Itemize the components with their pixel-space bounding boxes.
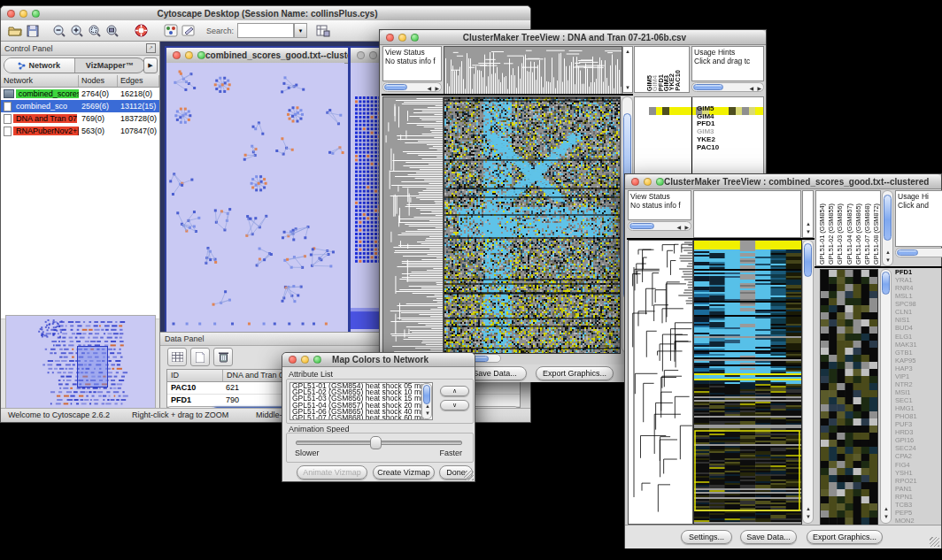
gene-label[interactable]: MON2 — [895, 517, 941, 525]
move-down-button[interactable]: ∨ — [440, 400, 469, 410]
close-button[interactable] — [7, 10, 15, 18]
gene-label[interactable]: TCB3 — [895, 501, 941, 509]
treeview2-column-dendrogram[interactable] — [693, 190, 801, 238]
gene-label[interactable]: GPI16 — [895, 436, 941, 444]
export-graphics-button[interactable]: Export Graphics... — [807, 530, 883, 544]
zoom-button[interactable] — [313, 356, 321, 364]
close-button[interactable] — [173, 51, 181, 59]
col-network[interactable]: Network — [1, 75, 79, 87]
resize-grip[interactable] — [464, 471, 474, 480]
treeview1-titlebar[interactable]: ClusterMaker TreeView : DNA and Tran 07-… — [380, 30, 766, 45]
gene-label[interactable]: KAP95 — [895, 357, 941, 364]
attribute-list-item[interactable]: GPL51-07 (GSM868) heat shock 60 min — [290, 415, 432, 420]
delete-attribute-icon[interactable] — [213, 348, 233, 366]
network-table-row[interactable]: DNA and Tran 07769(0)183728(0) — [1, 112, 159, 125]
gene-label[interactable]: NTR2 — [895, 380, 941, 388]
gene-label[interactable]: PAN1 — [895, 485, 941, 493]
search-input[interactable] — [237, 23, 294, 38]
treeview2-secondary-vscrollbar[interactable]: ▲▼ — [880, 269, 892, 524]
treeview1-heatmap[interactable] — [444, 96, 621, 354]
help-lifesaver-icon[interactable] — [132, 22, 150, 39]
treeview1-correlation-matrix[interactable] — [649, 107, 689, 155]
gene-label[interactable]: YSH1 — [895, 469, 941, 477]
minimize-button[interactable] — [369, 51, 377, 59]
select-attributes-icon[interactable] — [167, 348, 187, 366]
close-button[interactable] — [289, 356, 297, 364]
zoom-out-button[interactable] — [50, 22, 68, 39]
treeview2-titlebar[interactable]: ClusterMaker TreeView : combined_scores_… — [625, 174, 941, 189]
col-nodes[interactable]: Nodes — [79, 75, 118, 87]
speed-slider-thumb[interactable] — [370, 436, 382, 449]
zoom-button[interactable] — [197, 51, 205, 59]
treeview2-scroll-strip[interactable]: ▲▼ — [802, 190, 814, 238]
zoom-button[interactable] — [656, 178, 664, 186]
minimize-button[interactable] — [185, 51, 193, 59]
gene-label[interactable]: PEP5 — [895, 509, 941, 517]
network-view-1[interactable] — [166, 63, 344, 329]
close-button[interactable] — [357, 51, 365, 59]
treeview2-usage-scrollbar[interactable] — [895, 248, 942, 257]
zoom-fit-button[interactable] — [104, 22, 121, 39]
minimize-button[interactable] — [301, 356, 309, 364]
gene-label[interactable]: PFD1 — [895, 268, 941, 276]
gene-label[interactable]: ELG1 — [895, 333, 941, 341]
gene-label[interactable]: MSL1 — [895, 292, 941, 300]
attribute-list[interactable]: GPL51-01 (GSM854) heat shock 05 minGPL51… — [290, 382, 433, 420]
export-graphics-button[interactable]: Export Graphics... — [536, 366, 614, 380]
network-table-row[interactable]: combined_sco2569(6)13112(15) — [1, 100, 159, 112]
gene-label[interactable]: RNR4 — [895, 284, 941, 292]
minimize-button[interactable] — [398, 34, 406, 42]
main-title-bar[interactable]: Cytoscape Desktop (Session Name: collins… — [1, 6, 530, 21]
create-vizmap-button[interactable]: Create Vizmap — [373, 465, 435, 479]
birdseye-view[interactable] — [5, 315, 156, 414]
treeview2-heatmap[interactable] — [693, 240, 802, 525]
network-window-1-titlebar[interactable]: combined_scores_good.txt--cluste... — [166, 48, 348, 64]
gene-label[interactable]: MSI1 — [895, 388, 941, 396]
zoom-button[interactable] — [411, 34, 419, 42]
treeview1-column-dendrogram[interactable] — [444, 46, 622, 95]
gene-label[interactable]: NIS1 — [895, 316, 941, 324]
annotation-icon[interactable] — [180, 22, 197, 39]
dialog-titlebar[interactable]: Map Colors to Network — [282, 353, 475, 367]
resize-grip[interactable] — [930, 537, 939, 547]
treeview1-row-dendrogram[interactable] — [382, 96, 444, 354]
treeview2-labels-vscrollbar[interactable]: ▲▼ — [882, 190, 893, 266]
treeview2-status-scrollbar[interactable]: ◀▶ — [628, 221, 691, 231]
close-button[interactable] — [631, 178, 639, 186]
zoom-button[interactable] — [32, 10, 40, 18]
treeview2-row-dendrogram[interactable] — [628, 240, 693, 525]
treeview1-status-scrollbar[interactable]: ◀▶ — [382, 82, 442, 92]
network-table-row[interactable]: RNAPuberNov2+|563(0)107847(0) — [1, 125, 159, 137]
treeview2-heatmap-vscrollbar[interactable]: ▲▼ — [802, 240, 814, 524]
gene-label[interactable]: RPO21 — [895, 477, 941, 485]
settings-button[interactable]: Settings... — [681, 530, 732, 544]
gene-label[interactable]: CLN1 — [895, 308, 941, 316]
animate-vizmap-button[interactable]: Animate Vizmap — [297, 465, 367, 479]
save-data-button[interactable]: Save Data... — [740, 530, 797, 544]
attribute-list-scrollbar[interactable]: ▲▼ — [421, 383, 432, 419]
zoom-selected-button[interactable] — [86, 22, 104, 39]
tab-network[interactable]: Network — [4, 58, 75, 73]
gene-label[interactable]: VIP1 — [895, 372, 941, 380]
col-edges[interactable]: Edges — [118, 75, 159, 87]
search-dropdown-button[interactable]: ▼ — [294, 23, 307, 38]
vizmapper-icon[interactable] — [162, 22, 180, 39]
network-window-1[interactable]: combined_scores_good.txt--cluste... — [165, 46, 350, 332]
zoom-in-button[interactable] — [68, 22, 86, 39]
gene-label[interactable]: CPA2 — [895, 452, 941, 460]
move-up-button[interactable]: ∧ — [440, 386, 469, 396]
gene-label[interactable]: HMG1 — [895, 404, 941, 412]
gene-label[interactable]: PHO81 — [895, 412, 941, 420]
network-table-row[interactable]: combined_scores2764(0)16218(0) — [1, 88, 159, 100]
close-button[interactable] — [386, 34, 394, 42]
gene-label[interactable]: YRA1 — [895, 276, 941, 284]
gene-label[interactable]: GTB1 — [895, 349, 941, 357]
save-session-button[interactable] — [24, 22, 42, 39]
gene-label[interactable]: HAP3 — [895, 364, 941, 372]
treeview1-usage-scrollbar[interactable]: ◀▶ — [691, 82, 764, 92]
new-attribute-icon[interactable] — [190, 348, 210, 366]
tab-overflow-button[interactable]: ▶ — [143, 58, 158, 73]
open-session-button[interactable] — [6, 22, 24, 39]
gene-label[interactable]: BUD4 — [895, 324, 941, 332]
gene-label[interactable]: SEC1 — [895, 396, 941, 404]
